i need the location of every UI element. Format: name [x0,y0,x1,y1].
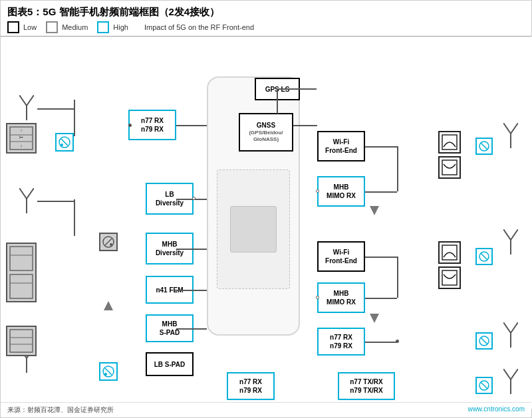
junction-dot-hollow-2 [316,189,319,193]
component-icon-2 [9,245,34,300]
svg-line-2 [27,95,34,106]
svg-rect-22 [10,330,33,352]
line-gnss-h [293,125,317,126]
switch-mid-left [99,233,118,251]
switch-top-right-1 [438,131,461,154]
svg-line-51 [511,229,518,240]
antenna-top-right [503,123,518,148]
vline-left-2 [74,199,75,236]
page-container: 图表5：5G 智能手机射频前端框图（2发4接收） Low Medium High… [0,0,532,418]
switch-top-left [55,133,74,152]
svg-line-48 [511,123,518,134]
line-gps-top [277,88,317,90]
antenna-right-3 [503,322,518,348]
svg-marker-59 [370,206,379,215]
antenna-top-left [19,95,34,120]
svg-line-39 [481,143,487,150]
line-n77-r-r [365,342,397,343]
filter-icon-4 [441,269,458,286]
switch-bot-left [99,362,118,381]
diagram-area: ↑ ⊢ ↓ [1,37,532,409]
svg-line-43 [481,338,487,344]
svg-line-47 [503,123,511,134]
line-gps-vertical [277,88,278,114]
svg-text:⊢: ⊢ [19,135,23,140]
svg-line-41 [481,253,487,260]
svg-line-54 [511,322,518,333]
wifi-frontend-2: Wi-Fi Front-End [317,241,365,272]
gnss-label: GNSS [249,122,283,130]
hline-left-2 [37,201,74,202]
svg-text:↓: ↓ [20,143,23,148]
svg-rect-35 [442,160,457,175]
switch-icon-3 [101,364,116,379]
n77-txrx: n77 TX/RX n79 TX/RX [338,372,395,400]
svg-point-33 [104,373,107,375]
legend-medium-box [46,21,58,33]
switch-right-1 [475,138,493,155]
switch-icon-2 [101,235,116,249]
switch-right-3 [475,332,493,350]
switch-r3 [477,334,491,348]
svg-rect-19 [10,274,33,298]
line-n77-left [176,125,207,126]
svg-line-50 [503,229,511,240]
svg-point-27 [61,144,63,146]
svg-rect-37 [442,270,457,285]
legend-high-box [97,21,109,33]
switch-mid-right-1 [438,241,461,264]
wifi-frontend-1: Wi-Fi Front-End [317,131,365,161]
triangle-right-mid [370,206,379,215]
antenna-right-2 [503,229,518,255]
line-mimo-2-r [365,298,397,299]
triangle-left-mid [104,301,113,310]
junction-dot-hollow-1 [192,197,196,200]
svg-point-30 [110,243,112,246]
legend-low-label: Low [23,23,37,31]
n77-rx-bottom: n77 RX n79 RX [227,372,275,400]
header: 图表5：5G 智能手机射频前端框图（2发4接收） Low Medium High… [1,1,531,37]
n77-rx-right: n77 RX n79 RX [317,328,365,356]
lb-comp-top: ↑ ⊢ ↓ [6,123,37,154]
n77-rx-top: n77 RX n79 RX [128,110,176,140]
vline-right-1 [397,146,398,191]
legend-high-label: High [113,23,128,31]
switch-right-txrx [475,377,493,394]
mhb-mimo-rx-2: MHB MIMO RX [317,282,365,313]
component-icon: ↑ ⊢ ↓ [9,126,34,151]
switch-r2 [477,250,491,263]
svg-line-1 [19,95,27,106]
legend: Low Medium High Impact of 5G on the RF F… [7,21,525,33]
svg-marker-58 [104,301,113,310]
lb-spad: LB S-PAD [146,352,194,376]
svg-line-56 [503,369,511,379]
junction-dot-hollow-3 [316,296,319,299]
switch-top-right-2 [438,156,461,179]
hline-left-1 [37,108,74,110]
filter-icon-1 [441,134,458,151]
antenna-left-2 [19,188,34,213]
phone-chip [217,169,290,289]
svg-line-57 [511,369,518,379]
switch-r4 [477,379,491,392]
lb-comp-bot [6,326,37,356]
switch-r1 [477,140,491,153]
component-icon-3 [9,328,34,354]
junction-dot-2 [396,340,399,343]
svg-text:↑: ↑ [20,128,23,133]
line-wifi-1-r [365,146,397,148]
chip-board [230,206,277,253]
filter-icon-2 [441,159,458,176]
triangle-right-mid2 [370,314,379,323]
footer-source: 来源：射频百花潭、国金证券研究所 [7,405,114,415]
legend-impact-text: Impact of 5G on the RF Front-end [144,23,254,31]
legend-low-box [7,21,19,33]
antenna-right-4 [503,369,518,394]
svg-marker-60 [370,314,379,323]
switch-icon [57,135,72,150]
vline-left-1 [74,100,75,136]
filter-icon-3 [441,244,458,261]
line-lb-div [176,199,207,200]
junction-dot-1 [128,124,132,127]
lb-comp-mid1 [6,243,37,302]
